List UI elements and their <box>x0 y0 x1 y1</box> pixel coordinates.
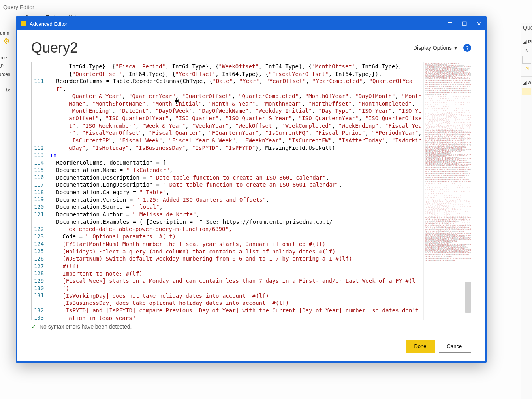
query-settings-header: Que <box>521 23 532 32</box>
syntax-status: ✓ No syntax errors have been detected. <box>31 323 471 330</box>
line-gutter: 1111121131141151161171181191201211221231… <box>32 62 48 320</box>
modal-footer: Done Cancel <box>17 333 485 361</box>
display-options-label: Display Options <box>413 45 452 51</box>
minimap[interactable]: "xxx"x"xxx"x"xxx"xx"xxx"xx"xxx"xx"xxx"x"… <box>423 62 471 320</box>
maximize-button[interactable]: ☐ <box>462 21 467 27</box>
sources-label: Sources <box>0 71 15 78</box>
minimap-slider[interactable] <box>465 282 471 313</box>
modal-header: Query2 Display Options ▾ ? <box>17 30 485 62</box>
right-panel: Que ◢PR N Al ◢A <box>521 23 532 399</box>
chevron-down-icon: ▾ <box>454 45 457 51</box>
applied-steps-section[interactable]: ◢A <box>521 76 532 87</box>
name-label: N <box>521 46 532 55</box>
display-options-dropdown[interactable]: Display Options ▾ <box>413 45 457 51</box>
cancel-button[interactable]: Cancel <box>439 340 471 353</box>
status-text: No syntax errors have been detected. <box>39 323 132 330</box>
minimap-content: "xxx"x"xxx"x"xxx"xx"xxx"xx"xxx"xx"xxx"x"… <box>424 62 471 261</box>
close-button[interactable]: ✕ <box>477 21 481 27</box>
name-input[interactable] <box>522 56 531 64</box>
properties-section[interactable]: ◢PR <box>521 36 532 46</box>
done-button[interactable]: Done <box>406 340 434 353</box>
gear-icon[interactable]: ⚙ <box>3 36 10 46</box>
settings-label: ttings <box>0 61 15 68</box>
bg-window-title: Query Editor <box>3 4 34 10</box>
modal-titlebar[interactable]: Advanced Editor − ☐ ✕ <box>17 17 485 30</box>
applied-step-item[interactable] <box>522 88 531 95</box>
code-editor[interactable]: ✱ 11111211311411511611711811912012112212… <box>31 62 471 320</box>
powerbi-icon <box>21 21 26 26</box>
menu-column[interactable]: Column <box>0 30 15 37</box>
source-label: source <box>0 54 15 61</box>
check-icon: ✓ <box>31 323 36 330</box>
query-name-heading: Query2 <box>31 40 413 56</box>
all-props-link[interactable]: Al <box>521 64 532 73</box>
minimize-button[interactable]: − <box>447 21 453 27</box>
fx-icon[interactable]: fx <box>6 87 10 93</box>
code-content[interactable]: Int64.Type}, {"Fiscal Period", Int64.Typ… <box>48 62 423 320</box>
help-button[interactable]: ? <box>463 44 471 52</box>
modal-title: Advanced Editor <box>30 21 447 27</box>
advanced-editor-modal: Advanced Editor − ☐ ✕ Query2 Display Opt… <box>16 16 487 363</box>
